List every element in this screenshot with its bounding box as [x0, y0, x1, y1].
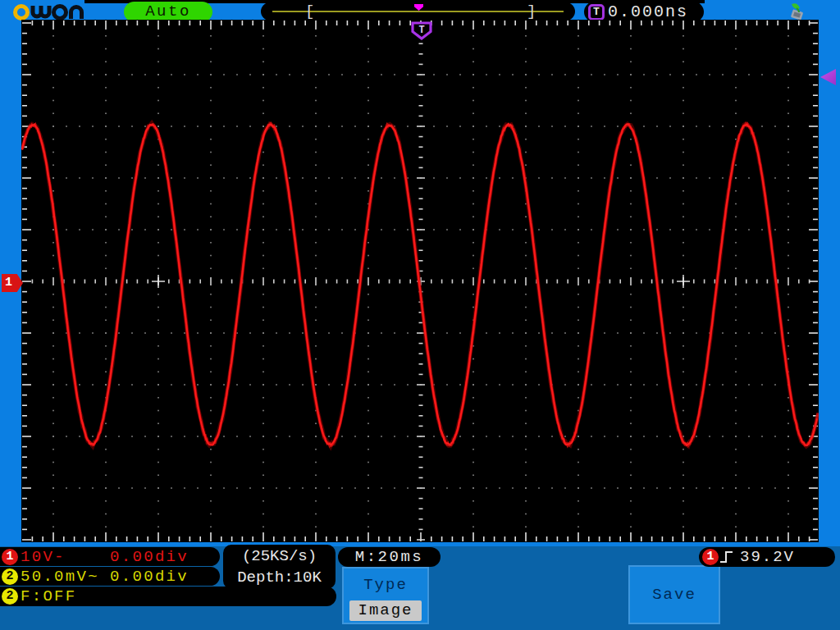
- trigger-level-value: 39.2V: [740, 548, 795, 566]
- menu-type-label: Type: [344, 576, 427, 594]
- channel1-badge: 1: [2, 549, 18, 565]
- trigger-position-line: [272, 11, 564, 12]
- fft-status-bar: 2 F:OFF: [0, 587, 336, 606]
- logo-letter-o-yellow: [16, 7, 28, 19]
- logo-letter-w: [33, 6, 49, 16]
- menu-type-value[interactable]: Image: [349, 600, 422, 621]
- trigger-level-readout: 1 39.2V: [699, 547, 835, 567]
- channel2-offset: 0.00div: [110, 568, 189, 586]
- graticule-area: [21, 20, 819, 542]
- acquire-info-box: (25KS/s) Depth:10K: [223, 545, 336, 589]
- trigger-horizontal-marker-icon[interactable]: T: [411, 21, 432, 40]
- sample-rate: (25KS/s): [223, 546, 336, 567]
- fft-label: F:OFF: [21, 587, 77, 605]
- trigger-time-value: 0.000ns: [608, 2, 688, 21]
- trigger-level-arrow-icon[interactable]: [820, 69, 836, 85]
- channel2-scale: 50.0mV~: [21, 568, 99, 586]
- record-depth: Depth:10K: [223, 567, 336, 588]
- trigger-position-bar[interactable]: [ ]: [261, 2, 575, 21]
- fft-badge: 2: [2, 588, 18, 605]
- rising-edge-icon: [719, 549, 735, 565]
- channel1-status-bar: 1 10V- 0.00div: [0, 547, 220, 566]
- channel2-badge: 2: [2, 568, 18, 585]
- trigger-marker-letter: T: [418, 25, 424, 36]
- channel1-position-marker[interactable]: 1: [2, 274, 23, 292]
- channel2-status-bar: 2 50.0mV~ 0.00div: [0, 567, 220, 586]
- window-bracket-left: [: [305, 3, 314, 20]
- window-bracket-right: ]: [527, 3, 536, 20]
- trigger-position-pointer-icon[interactable]: [414, 4, 423, 11]
- logo-letter-o: [54, 7, 66, 19]
- bottom-panel: 1 10V- 0.00div 2 50.0mV~ 0.00div 2 F:OFF…: [0, 546, 840, 630]
- channel1-offset: 0.00div: [110, 548, 189, 566]
- waveform-display: [21, 20, 819, 542]
- trigger-source-badge: 1: [702, 549, 719, 565]
- channel1-scale: 10V-: [21, 548, 66, 566]
- logo-letter-n: [71, 7, 82, 19]
- menu-type-button[interactable]: Type Image: [342, 567, 429, 624]
- trigger-t-icon: T: [588, 4, 605, 21]
- timebase-readout: M:20ms: [338, 547, 441, 567]
- usb-device-icon: [786, 2, 810, 21]
- oscilloscope-screen: OWON Auto [ ] T 0.000ns T 1 1 10V-: [0, 0, 840, 630]
- save-button[interactable]: Save: [628, 565, 720, 624]
